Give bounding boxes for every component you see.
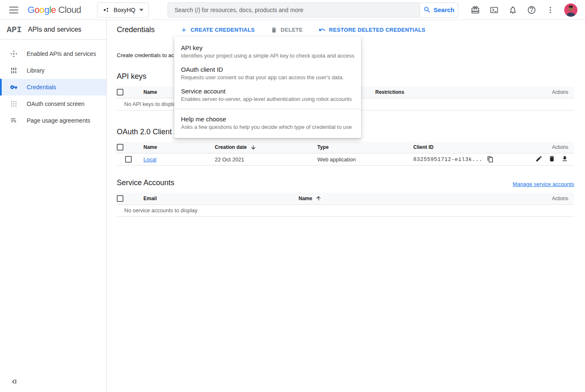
gift-icon[interactable] [470, 5, 480, 15]
column-header-client-id: Client ID [413, 142, 528, 153]
menu-divider [174, 109, 361, 109]
menu-item-description: Asks a few questions to help you decide … [181, 123, 354, 131]
sidebar-item-library[interactable]: Library [0, 62, 106, 79]
menu-item-title: OAuth client ID [181, 65, 354, 74]
consent-icon [10, 100, 18, 108]
delete-icon[interactable] [548, 155, 555, 163]
key-icon [10, 83, 18, 91]
search-bar: Search [168, 3, 458, 18]
select-all-checkbox[interactable] [117, 144, 123, 151]
service-accounts-title: Service Accounts [117, 178, 174, 187]
column-header-actions: Actions [537, 86, 574, 98]
menu-item-title: API key [181, 44, 354, 52]
top-bar-icons [470, 3, 577, 17]
more-vertical-icon[interactable] [545, 5, 555, 15]
menu-item-title: Help me choose [181, 115, 354, 123]
avatar[interactable] [564, 3, 577, 17]
oauth-client-row: Local 22 Oct 2021 Web application 832559… [117, 153, 574, 166]
column-header-actions: Actions [528, 142, 574, 153]
arrow-up-icon [316, 195, 322, 201]
select-all-checkbox[interactable] [117, 89, 123, 95]
sidebar-item-label: OAuth consent screen [27, 101, 85, 107]
sidebar-item-label: Credentials [27, 84, 56, 90]
row-checkbox[interactable] [125, 156, 132, 163]
google-cloud-console: Google Cloud BoxyHQ Search [0, 0, 585, 392]
sidebar-header: API APIs and services [0, 20, 106, 40]
project-selector[interactable]: BoxyHQ [97, 3, 149, 18]
project-icon [103, 6, 110, 14]
help-icon[interactable] [527, 5, 537, 15]
logo-cloud-text: Cloud [56, 5, 81, 15]
logo-letter: G [28, 5, 35, 15]
create-credentials-menu: API key Identifies your project using a … [174, 37, 361, 138]
oauth-clients-header-row: Name Creation date Type Client ID Action… [117, 142, 574, 153]
search-button-label: Search [434, 6, 454, 13]
delete-button[interactable]: DELETE [271, 27, 303, 33]
oauth-client-id-value: 83255951712-eil3k... [413, 156, 482, 163]
chevron-down-icon [139, 9, 143, 11]
column-header-name: Name [143, 142, 215, 153]
arrow-down-icon [250, 144, 256, 151]
logo-letter: e [51, 5, 56, 15]
plus-icon [181, 27, 187, 33]
sidebar-item-oauth-consent[interactable]: OAuth consent screen [0, 95, 106, 112]
column-header-creation-date: Creation date [215, 144, 247, 150]
column-header-type: Type [317, 142, 413, 153]
oauth-clients-table: Name Creation date Type Client ID Action… [117, 142, 574, 166]
delete-label: DELETE [281, 27, 303, 33]
restore-label: RESTORE DELETED CREDENTIALS [329, 27, 425, 33]
menu-item-description: Requests user consent so that your app c… [181, 74, 354, 81]
service-accounts-empty-row: No service accounts to display [117, 204, 574, 216]
logo-letter: o [39, 5, 44, 15]
sort-by-name[interactable]: Name [299, 195, 322, 201]
trash-icon [271, 27, 277, 33]
sidebar-item-label: Library [27, 67, 45, 74]
sidebar-item-enabled-apis[interactable]: Enabled APIs and services [0, 45, 106, 62]
column-header-name: Name [299, 196, 312, 201]
search-button[interactable]: Search [419, 3, 458, 18]
sidebar: API APIs and services Enabled APIs and s… [0, 20, 107, 392]
hamburger-menu-icon[interactable] [9, 7, 18, 13]
oauth-client-type: Web application [317, 153, 413, 166]
column-header-email: Email [143, 193, 299, 204]
manage-service-accounts-link[interactable]: Manage service accounts [513, 181, 574, 187]
copy-icon[interactable] [487, 156, 494, 163]
edit-icon[interactable] [535, 155, 542, 163]
library-icon [10, 67, 18, 74]
sidebar-item-label: Page usage agreements [27, 117, 90, 124]
restore-deleted-credentials-button[interactable]: RESTORE DELETED CREDENTIALS [319, 26, 425, 33]
oauth-client-creation-date: 22 Oct 2021 [215, 153, 317, 166]
menu-item-service-account[interactable]: Service account Enables server-to-server… [174, 84, 361, 106]
oauth-client-name-link[interactable]: Local [143, 156, 156, 163]
column-header-actions: Actions [537, 193, 574, 204]
sidebar-title: APIs and services [28, 26, 81, 33]
create-credentials-label: CREATE CREDENTIALS [191, 27, 255, 33]
enabled-apis-icon [10, 50, 18, 58]
menu-item-api-key[interactable]: API key Identifies your project using a … [174, 41, 361, 63]
sort-by-creation-date[interactable]: Creation date [215, 144, 256, 151]
logo-letter: o [35, 5, 40, 15]
service-accounts-empty-text: No service accounts to display [117, 204, 574, 216]
project-name: BoxyHQ [114, 7, 136, 13]
search-input[interactable] [168, 3, 419, 18]
logo-letter: g [44, 5, 49, 15]
undo-icon [319, 26, 326, 33]
select-all-checkbox[interactable] [117, 195, 123, 202]
cloud-shell-icon[interactable] [489, 5, 499, 15]
download-icon[interactable] [561, 155, 568, 163]
menu-item-description: Enables server-to-server, app-level auth… [181, 95, 354, 103]
column-header-restrictions: Restrictions [375, 86, 537, 98]
menu-item-oauth-client-id[interactable]: OAuth client ID Requests user consent so… [174, 63, 361, 84]
google-cloud-logo[interactable]: Google Cloud [28, 5, 81, 15]
sidebar-item-credentials[interactable]: Credentials [0, 79, 106, 95]
sidebar-item-page-usage[interactable]: Page usage agreements [0, 112, 106, 129]
page-title: Credentials [117, 25, 155, 34]
menu-item-help-me-choose[interactable]: Help me choose Asks a few questions to h… [174, 112, 361, 134]
service-accounts-header-row: Email Name Actions [117, 193, 574, 204]
api-logo: API [7, 25, 22, 35]
notifications-icon[interactable] [508, 5, 518, 15]
menu-item-title: Service account [181, 87, 354, 95]
sidebar-item-label: Enabled APIs and services [27, 50, 96, 57]
create-credentials-button[interactable]: CREATE CREDENTIALS [181, 27, 255, 33]
collapse-sidebar-icon[interactable] [10, 377, 18, 386]
